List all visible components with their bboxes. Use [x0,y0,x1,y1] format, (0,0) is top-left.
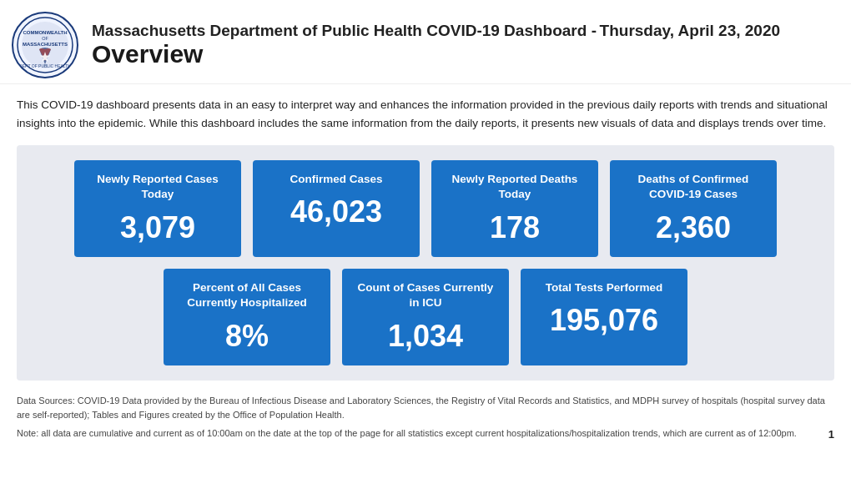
stats-row-2: Percent of All Cases Currently Hospitali… [32,269,819,365]
page-subtitle: Overview [92,40,780,68]
stat-label-new-deaths: Newly Reported Deaths Today [445,172,585,202]
stat-label-hospitalized: Percent of All Cases Currently Hospitali… [177,280,317,310]
page-number: 1 [828,426,834,443]
svg-text:MASSACHUSETTS: MASSACHUSETTS [23,42,68,47]
svg-text:COMMONWEALTH: COMMONWEALTH [23,30,67,35]
footer-sources: Data Sources: COVID-19 Data provided by … [0,386,851,425]
stat-value-confirmed-cases: 46,023 [266,195,406,229]
dashboard-title: Massachusetts Department of Public Healt… [92,22,597,39]
stats-container: Newly Reported Cases Today 3,079 Confirm… [17,145,834,381]
svg-text:OF: OF [42,36,48,41]
stat-value-new-deaths: 178 [445,211,585,244]
stat-card-confirmed-cases: Confirmed Cases 46,023 [253,160,420,257]
stat-card-new-cases: Newly Reported Cases Today 3,079 [74,160,241,257]
stat-label-new-cases: Newly Reported Cases Today [88,172,228,202]
stat-card-hospitalized: Percent of All Cases Currently Hospitali… [164,269,330,365]
stat-label-icu: Count of Cases Currently in ICU [355,280,496,310]
logo: COMMONWEALTH OF MASSACHUSETTS DEPT OF PU… [12,12,78,78]
stat-label-deaths-confirmed: Deaths of Confirmed COVID-19 Cases [623,172,763,202]
header-title-line: Massachusetts Department of Public Healt… [92,22,780,40]
stat-card-icu: Count of Cases Currently in ICU 1,034 [342,269,509,365]
stat-card-total-tests: Total Tests Performed 195,076 [521,269,687,365]
footer-note-row: Note: all data are cumulative and curren… [0,425,851,448]
stat-label-confirmed-cases: Confirmed Cases [266,172,406,187]
stat-card-deaths-confirmed: Deaths of Confirmed COVID-19 Cases 2,360 [610,160,777,257]
stat-value-hospitalized: 8% [177,320,317,353]
stat-value-new-cases: 3,079 [88,211,228,244]
footer-note-text: Note: all data are cumulative and curren… [17,426,797,443]
stat-label-total-tests: Total Tests Performed [534,280,674,295]
stat-card-new-deaths: Newly Reported Deaths Today 178 [431,160,598,257]
page-header: COMMONWEALTH OF MASSACHUSETTS DEPT OF PU… [0,0,851,84]
stat-value-total-tests: 195,076 [534,304,674,337]
header-text-block: Massachusetts Department of Public Healt… [92,22,780,68]
stat-value-icu: 1,034 [355,320,496,353]
stat-value-deaths-confirmed: 2,360 [623,211,763,244]
description-text: This COVID-19 dashboard presents data in… [0,84,851,140]
svg-text:DEPT OF PUBLIC HEALTH: DEPT OF PUBLIC HEALTH [19,63,71,68]
stats-row-1: Newly Reported Cases Today 3,079 Confirm… [32,160,819,257]
dashboard-date: Thursday, April 23, 2020 [600,22,780,39]
